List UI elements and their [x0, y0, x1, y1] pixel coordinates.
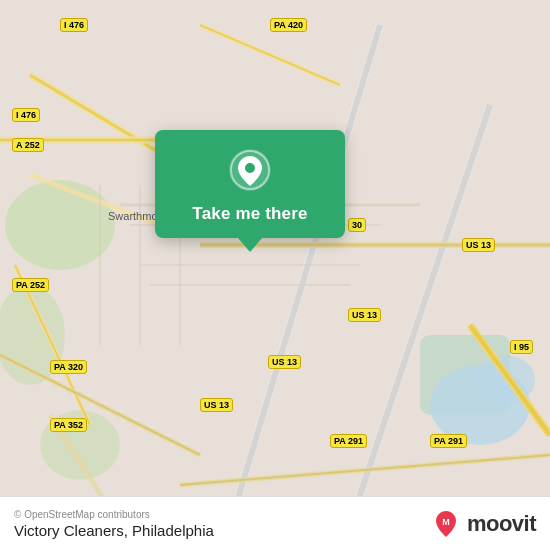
road-badge-pa420: PA 420 — [270, 18, 307, 32]
location-name: Victory Cleaners, Philadelphia — [14, 522, 214, 539]
road-badge-us13-right: US 13 — [462, 238, 495, 252]
moovit-brand-text: moovit — [467, 511, 536, 537]
bottom-left: © OpenStreetMap contributors Victory Cle… — [14, 509, 214, 539]
road-badge-us13-bottom: US 13 — [200, 398, 233, 412]
moovit-logo: M moovit — [431, 509, 536, 539]
road-badge-us13-mid2: US 13 — [268, 355, 301, 369]
road-badge-pa320: PA 320 — [50, 360, 87, 374]
location-pin-icon — [228, 148, 272, 192]
road-badge-a252: A 252 — [12, 138, 44, 152]
road-badge-pa352: PA 352 — [50, 418, 87, 432]
svg-point-1 — [5, 180, 115, 270]
popup-card: Take me there — [155, 130, 345, 238]
road-badge-30: 30 — [348, 218, 366, 232]
bottom-bar: © OpenStreetMap contributors Victory Cle… — [0, 496, 550, 550]
map-container: Swarthmore I 476 I 476 PA 420 A 252 PA 2… — [0, 0, 550, 550]
map-background: Swarthmore — [0, 0, 550, 550]
moovit-brand-icon: M — [431, 509, 461, 539]
svg-text:M: M — [442, 517, 450, 527]
road-badge-pa291-left: PA 291 — [330, 434, 367, 448]
take-me-there-button[interactable]: Take me there — [192, 204, 307, 224]
road-badge-476-top: I 476 — [60, 18, 88, 32]
road-badge-us13-mid1: US 13 — [348, 308, 381, 322]
copyright-text: © OpenStreetMap contributors — [14, 509, 214, 520]
road-badge-i95: I 95 — [510, 340, 533, 354]
road-badge-476-left: I 476 — [12, 108, 40, 122]
road-badge-pa252: PA 252 — [12, 278, 49, 292]
svg-point-39 — [245, 163, 255, 173]
road-badge-pa291-right: PA 291 — [430, 434, 467, 448]
